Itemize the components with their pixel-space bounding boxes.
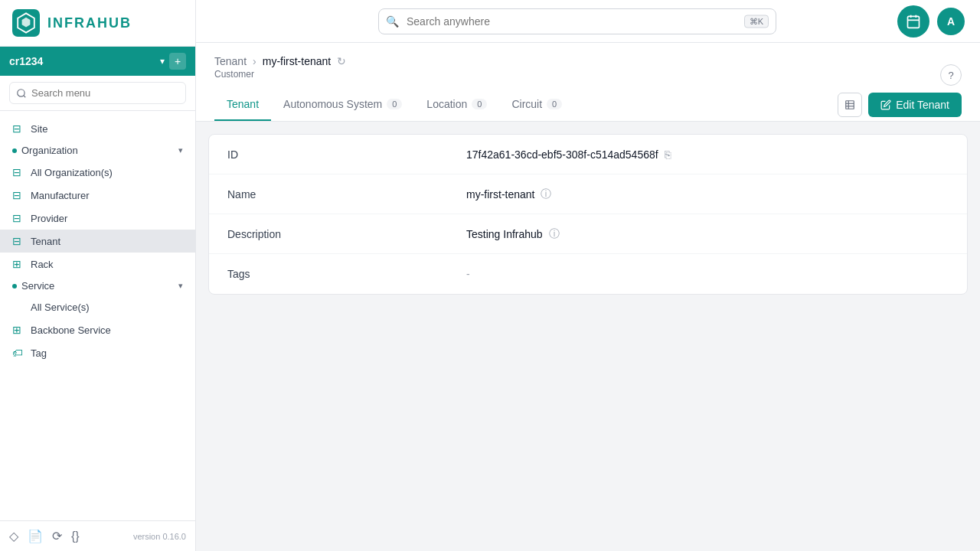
logo-text: INFRAHUB <box>47 15 132 31</box>
sidebar-item-label: Rack <box>31 259 54 270</box>
detail-label-tags: Tags <box>209 257 454 291</box>
backbone-icon: ⊞ <box>12 324 24 336</box>
topbar: 🔍 ⌘K A <box>196 0 980 43</box>
calendar-button[interactable] <box>897 5 929 37</box>
svg-rect-3 <box>908 16 920 28</box>
tabs-bar: Tenant Autonomous System 0 Location 0 Ci… <box>196 89 980 122</box>
tab-badge: 0 <box>547 99 562 109</box>
tabs-container: Tenant Autonomous System 0 Location 0 Ci… <box>214 89 574 121</box>
chevron-down-icon: ▾ <box>178 281 183 291</box>
section-dot-icon <box>12 284 17 289</box>
tabs-actions: Edit Tenant <box>838 93 962 117</box>
git-icon[interactable]: ◇ <box>9 529 18 543</box>
sidebar-item-label: Tag <box>31 347 47 359</box>
breadcrumb-root[interactable]: Tenant <box>214 55 247 67</box>
tenant-icon: ⊟ <box>12 235 24 247</box>
search-shortcut-badge: ⌘K <box>744 15 769 28</box>
tab-tenant[interactable]: Tenant <box>214 89 271 121</box>
sidebar-item-all-services[interactable]: All Service(s) <box>0 296 195 318</box>
sidebar-section-service[interactable]: Service ▾ <box>0 276 195 296</box>
manufacturer-icon: ⊟ <box>12 189 24 201</box>
edit-tenant-button[interactable]: Edit Tenant <box>868 93 962 117</box>
breadcrumb-separator: › <box>253 55 256 67</box>
copy-icon[interactable]: ⎘ <box>665 148 671 161</box>
sidebar-item-all-organizations[interactable]: ⊟ All Organization(s) <box>0 161 195 184</box>
detail-label-id: ID <box>209 138 454 171</box>
org-icon: ⊟ <box>12 166 24 178</box>
sidebar-item-tag[interactable]: 🏷 Tag <box>0 341 195 364</box>
detail-value-description: Testing Infrahub ⓘ <box>454 217 967 252</box>
info-icon[interactable]: ⓘ <box>549 227 560 241</box>
detail-row-tags: Tags - <box>209 254 967 294</box>
sidebar-item-site[interactable]: ⊟ Site <box>0 117 195 140</box>
tenant-selector[interactable]: cr1234 ▾ + <box>0 47 195 76</box>
detail-row-name: Name my-first-tenant ⓘ <box>209 174 967 214</box>
version-label: version 0.16.0 <box>133 532 186 541</box>
code-icon[interactable]: {} <box>71 530 80 543</box>
infrahub-logo-icon <box>12 9 40 37</box>
edit-icon <box>880 99 891 110</box>
info-icon[interactable]: ⓘ <box>541 187 551 201</box>
sidebar-section-label: Organization <box>21 145 78 156</box>
tab-badge: 0 <box>472 99 487 109</box>
search-icon: 🔍 <box>386 15 399 28</box>
sidebar-item-backbone-service[interactable]: ⊞ Backbone Service <box>0 318 195 341</box>
doc-icon[interactable]: 📄 <box>28 529 43 543</box>
detail-label-name: Name <box>209 178 454 211</box>
tab-circuit[interactable]: Circuit 0 <box>499 89 574 121</box>
breadcrumb-container: Tenant › my-first-tenant ↻ Customer ? <box>196 43 980 89</box>
page-type-label: Customer <box>214 67 346 89</box>
breadcrumb-current: my-first-tenant <box>263 55 331 67</box>
sidebar-item-label: Tenant <box>31 236 60 247</box>
sidebar-item-provider[interactable]: ⊟ Provider <box>0 207 195 230</box>
page-content: Tenant › my-first-tenant ↻ Customer ? Te… <box>196 43 980 551</box>
help-button[interactable]: ? <box>940 64 962 86</box>
section-dot-icon <box>12 148 17 153</box>
search-menu-input[interactable] <box>9 82 186 104</box>
detail-row-id: ID 17f42a61-36cd-ebf5-308f-c514ad54568f … <box>209 135 967 174</box>
sidebar-item-label: Manufacturer <box>31 190 90 201</box>
tenant-id: cr1234 <box>9 55 43 67</box>
user-avatar[interactable]: A <box>937 8 965 35</box>
table-icon <box>844 99 855 110</box>
search-anywhere-input[interactable] <box>378 8 776 34</box>
search-menu-container <box>0 76 195 111</box>
sidebar-section-label: Service <box>21 280 54 292</box>
chevron-down-icon: ▾ <box>160 56 165 67</box>
calendar-icon <box>906 14 921 29</box>
sidebar-item-label: Site <box>31 123 47 135</box>
detail-value-id: 17f42a61-36cd-ebf5-308f-c514ad54568f ⎘ <box>454 138 967 171</box>
sidebar-section-organization[interactable]: Organization ▾ <box>0 140 195 161</box>
detail-row-description: Description Testing Infrahub ⓘ <box>209 214 967 254</box>
sidebar: INFRAHUB cr1234 ▾ + ⊟ Site Organization … <box>0 0 196 551</box>
main-content: 🔍 ⌘K A Tenant › my-first-tenant ↻ <box>196 0 980 551</box>
breadcrumb: Tenant › my-first-tenant ↻ <box>214 55 346 67</box>
tab-location[interactable]: Location 0 <box>414 89 499 121</box>
provider-icon: ⊟ <box>12 212 24 224</box>
sidebar-item-tenant[interactable]: ⊟ Tenant <box>0 230 195 253</box>
detail-value-tags: - <box>454 257 967 291</box>
chevron-down-icon: ▾ <box>178 145 183 155</box>
rack-icon: ⊞ <box>12 258 24 270</box>
tab-badge: 0 <box>387 99 402 109</box>
detail-label-description: Description <box>209 217 454 251</box>
settings-icon[interactable]: ⟳ <box>52 529 62 543</box>
sidebar-item-manufacturer[interactable]: ⊟ Manufacturer <box>0 184 195 207</box>
sidebar-logo: INFRAHUB <box>0 0 195 47</box>
svg-rect-7 <box>846 101 854 109</box>
sidebar-item-rack[interactable]: ⊞ Rack <box>0 253 195 276</box>
sidebar-item-label: All Organization(s) <box>31 167 113 178</box>
refresh-icon[interactable]: ↻ <box>337 55 346 67</box>
tab-autonomous-system[interactable]: Autonomous System 0 <box>271 89 414 121</box>
add-tenant-button[interactable]: + <box>169 53 186 70</box>
tag-icon: 🏷 <box>12 347 24 359</box>
topbar-actions: A <box>897 5 965 37</box>
sidebar-footer: ◇ 📄 ⟳ {} version 0.16.0 <box>0 520 195 551</box>
search-bar-container: 🔍 ⌘K <box>378 8 776 34</box>
sidebar-item-label: Backbone Service <box>31 324 111 336</box>
detail-panel: ID 17f42a61-36cd-ebf5-308f-c514ad54568f … <box>208 134 968 295</box>
sidebar-nav: ⊟ Site Organization ▾ ⊟ All Organization… <box>0 111 195 520</box>
detail-value-name: my-first-tenant ⓘ <box>454 177 967 212</box>
table-view-button[interactable] <box>838 93 862 117</box>
sidebar-item-label: All Service(s) <box>31 302 90 313</box>
